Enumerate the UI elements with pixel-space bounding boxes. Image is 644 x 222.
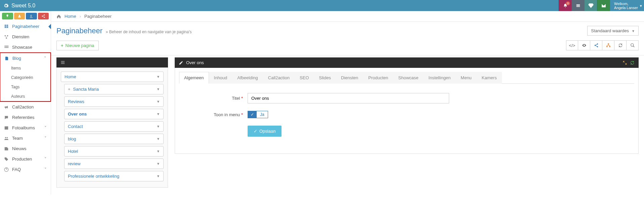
brand: Sweet 5.0 — [3, 3, 35, 9]
form-row-menu: Toon in menu * ✓ Ja — [187, 111, 626, 118]
blog-sub-auteurs[interactable]: Auteurs — [0, 92, 50, 101]
svg-rect-19 — [606, 46, 608, 47]
svg-point-5 — [6, 37, 7, 39]
quick-pin-button[interactable] — [2, 13, 13, 19]
tab-call2action[interactable]: Call2action — [263, 72, 295, 84]
tab-producten[interactable]: Producten — [363, 72, 393, 84]
mail-button[interactable] — [597, 0, 610, 11]
sidebar-item-referenties[interactable]: Referenties — [0, 112, 51, 123]
sidebar-item-producten[interactable]: Producten ˅ — [0, 154, 51, 164]
sidebar-item-paginabeheer[interactable]: Paginabeheer — [0, 21, 51, 32]
tree-item-selected[interactable]: Over ons▼ — [64, 109, 164, 119]
topbar: Sweet 5.0 0 Welkom, Angela Lanser ▾ — [0, 0, 644, 11]
save-button[interactable]: ✓ Opslaan — [248, 126, 282, 137]
tree-item[interactable]: review▼ — [64, 159, 164, 169]
notifications-button[interactable]: 0 — [559, 0, 571, 11]
tree-label: Home — [65, 74, 76, 79]
search-icon — [630, 43, 635, 48]
refresh-icon[interactable] — [630, 60, 635, 65]
menu-toggle[interactable]: ✓ Ja — [248, 111, 268, 118]
tabs: Algemeen Inhoud Afbeelding Call2action S… — [179, 72, 634, 84]
blog-sub-tags[interactable]: Tags — [0, 82, 50, 92]
caret-down-icon: ▼ — [157, 174, 160, 178]
tab-label: Afbeelding — [237, 75, 258, 80]
sidebar-item-diensten[interactable]: Diensten — [0, 32, 51, 42]
expand-icon[interactable] — [622, 60, 627, 65]
blog-sub-categories[interactable]: Categorieën — [0, 73, 50, 82]
page-subtitle: » Beheer de inhoud en navigatie van je p… — [106, 30, 192, 34]
document-icon — [4, 56, 11, 61]
standard-values-select[interactable]: Standaard waardes ▼ — [587, 26, 639, 36]
search-button[interactable] — [627, 40, 639, 50]
quickbar — [0, 11, 51, 21]
blog-sub-items[interactable]: Items — [0, 63, 50, 73]
sidebar-item-call2action[interactable]: Call2action — [0, 102, 51, 112]
preview-button[interactable] — [578, 40, 590, 50]
caret-down-icon: ▾ — [640, 4, 642, 8]
breadcrumb-home[interactable]: Home — [65, 14, 76, 19]
diamond-button[interactable] — [584, 0, 597, 11]
tree-item[interactable]: Hotel▼ — [64, 146, 164, 157]
sidebar-item-fotoalbums[interactable]: Fotoalbums ˅ — [0, 123, 51, 133]
save-label: Opslaan — [259, 129, 275, 134]
tree-item[interactable]: Contact▼ — [64, 121, 164, 132]
code-icon: </> — [569, 43, 575, 48]
tab-showcase[interactable]: Showcase — [393, 72, 424, 84]
new-page-label: Nieuwe pagina — [66, 43, 94, 48]
toggle-label: Ja — [257, 111, 268, 118]
refresh-button[interactable] — [614, 40, 627, 50]
tab-kamers[interactable]: Kamers — [477, 72, 502, 84]
list-icon — [576, 3, 581, 8]
tab-menu[interactable]: Menu — [456, 72, 477, 84]
tree-item[interactable]: +Sancta Maria▼ — [64, 84, 164, 94]
new-page-button[interactable]: + Nieuwe pagina — [56, 41, 99, 50]
tab-seo[interactable]: SEO — [295, 72, 314, 84]
tab-instellingen[interactable]: Instellingen — [424, 72, 456, 84]
tree-item[interactable]: blog▼ — [64, 134, 164, 144]
tree-item[interactable]: Home▼ — [61, 72, 164, 82]
sidebar-item-label: Diensten — [12, 34, 29, 39]
sitemap-icon — [606, 43, 611, 48]
caret-down-icon: ▼ — [157, 87, 160, 91]
sidebar-item-nieuws[interactable]: Nieuws — [0, 143, 51, 154]
sidebar-item-team[interactable]: Team ˅ — [0, 133, 51, 143]
title-input[interactable] — [248, 93, 449, 103]
check-icon: ✓ — [254, 129, 257, 134]
label-text: Toon in menu — [214, 112, 240, 117]
form-row-title: Titel * — [187, 93, 626, 103]
quick-share-button[interactable] — [38, 13, 49, 19]
help-icon — [4, 167, 11, 172]
tree-panel: Home▼ +Sancta Maria▼ Reviews▼ Over ons▼ … — [56, 57, 168, 188]
user-menu[interactable]: Welkom, Angela Lanser ▾ — [610, 0, 644, 11]
sidebar-item-showcase[interactable]: Showcase — [0, 42, 51, 52]
tab-afbeelding[interactable]: Afbeelding — [232, 72, 263, 84]
tab-label: Instellingen — [429, 75, 451, 80]
tree-item[interactable]: Reviews▼ — [64, 96, 164, 107]
tab-inhoud[interactable]: Inhoud — [209, 72, 232, 84]
inbox-button[interactable] — [571, 0, 584, 11]
sitemap-button[interactable] — [602, 40, 614, 50]
caret-down-icon: ▼ — [157, 75, 160, 79]
tab-algemeen[interactable]: Algemeen — [179, 72, 209, 84]
sidebar-item-faq[interactable]: FAQ ˅ — [0, 164, 51, 175]
menu-icon[interactable] — [60, 60, 65, 65]
tree-label: Professionele ontwikkeling — [68, 174, 119, 179]
svg-rect-8 — [7, 45, 8, 46]
sidebar-item-label: Blog — [12, 56, 21, 61]
tab-diensten[interactable]: Diensten — [336, 72, 363, 84]
share-button[interactable] — [590, 40, 602, 50]
tab-slides[interactable]: Slides — [314, 72, 336, 84]
envelope-icon — [601, 3, 606, 8]
code-button[interactable]: </> — [566, 40, 578, 50]
sidebar-item-label: Producten — [12, 157, 32, 162]
caret-down-icon: ▼ — [157, 112, 160, 116]
chevron-down-icon: ˅ — [44, 125, 47, 130]
sidebar-item-blog[interactable]: Blog ˅ — [0, 53, 50, 63]
quick-download-button[interactable] — [26, 13, 37, 19]
quick-user-button[interactable] — [14, 13, 25, 19]
chevron-down-icon: ˅ — [44, 56, 46, 61]
sidebar-nav: Paginabeheer Diensten Showcase Blog ˅ It… — [0, 21, 51, 175]
tree-label: Contact — [68, 124, 83, 129]
breadcrumb-current: Paginabeheer — [84, 14, 112, 19]
tree-item[interactable]: Professionele ontwikkeling▼ — [64, 171, 164, 181]
